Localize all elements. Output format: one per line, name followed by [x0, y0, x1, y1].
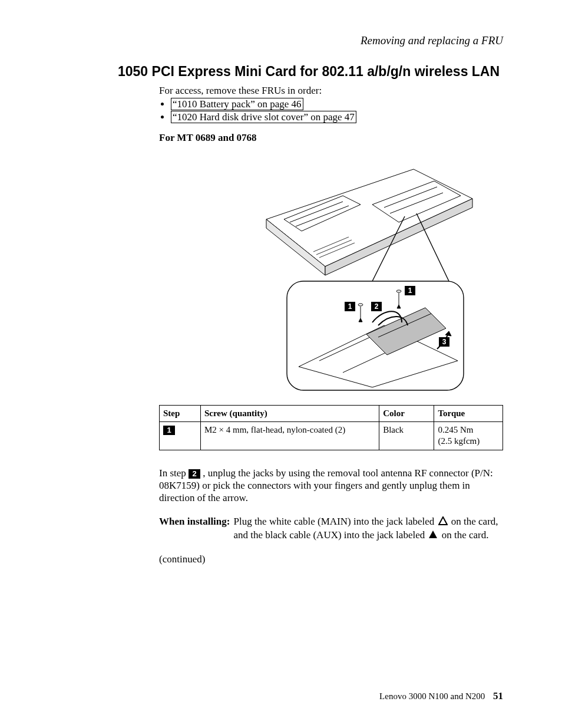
triangle-solid-icon — [428, 530, 438, 542]
page-footer: Lenovo 3000 N100 and N200 51 — [379, 690, 503, 702]
step-badge-inline: 2 — [189, 469, 200, 479]
table-row: 1 M2 × 4 mm, flat-head, nylon-coated (2)… — [160, 421, 503, 450]
svg-point-23 — [358, 304, 363, 306]
fru-prereq-list: “1010 Battery pack” on page 46 “1020 Har… — [159, 98, 503, 123]
section-number: 1050 — [118, 64, 148, 79]
svg-point-21 — [396, 290, 401, 292]
subheading: For MT 0689 and 0768 — [159, 131, 503, 144]
cell-torque: 0.245 Nm (2.5 kgfcm) — [434, 421, 503, 450]
svg-marker-30 — [429, 531, 437, 538]
installing-text: Plug the white cable (MAIN) into the jac… — [233, 515, 503, 543]
section-heading: 1050 PCI Express Mini Card for 802.11 a/… — [118, 64, 503, 80]
cross-reference-link[interactable]: “1010 Battery pack” on page 46 — [171, 98, 303, 110]
cell-color: Black — [379, 421, 434, 450]
list-item: “1020 Hard disk drive slot cover” on pag… — [171, 111, 503, 123]
intro-line: For access, remove these FRUs in order: — [159, 84, 503, 97]
th-step: Step — [160, 406, 201, 422]
installing-note: When installing: Plug the white cable (M… — [159, 515, 503, 543]
footer-page-number: 51 — [493, 690, 503, 701]
cross-reference-link[interactable]: “1020 Hard disk drive slot cover” on pag… — [171, 111, 356, 123]
th-torque: Torque — [434, 406, 503, 422]
fig-callout-1b: 1 — [348, 302, 352, 311]
installing-label: When installing: — [159, 515, 233, 543]
fig-callout-3: 3 — [442, 338, 447, 346]
footer-book-title: Lenovo 3000 N100 and N200 — [379, 691, 485, 701]
th-screw: Screw (quantity) — [200, 406, 379, 422]
step2-paragraph: In step 2 , unplug the jacks by using th… — [159, 467, 503, 505]
svg-marker-29 — [439, 517, 447, 525]
running-header: Removing and replacing a FRU — [118, 34, 503, 47]
triangle-outline-icon — [438, 516, 448, 529]
fig-callout-1a: 1 — [408, 286, 412, 295]
exploded-diagram: 1 1 2 3 — [159, 149, 503, 393]
step-badge: 1 — [163, 426, 175, 435]
cell-screw: M2 × 4 mm, flat-head, nylon-coated (2) — [200, 421, 379, 450]
continued-marker: (continued) — [159, 553, 503, 565]
fig-callout-2: 2 — [375, 302, 379, 311]
section-title-text: PCI Express Mini Card for 802.11 a/b/g/n… — [152, 64, 500, 79]
screw-table: Step Screw (quantity) Color Torque 1 M2 … — [159, 405, 503, 450]
list-item: “1010 Battery pack” on page 46 — [171, 98, 503, 110]
th-color: Color — [379, 406, 434, 422]
